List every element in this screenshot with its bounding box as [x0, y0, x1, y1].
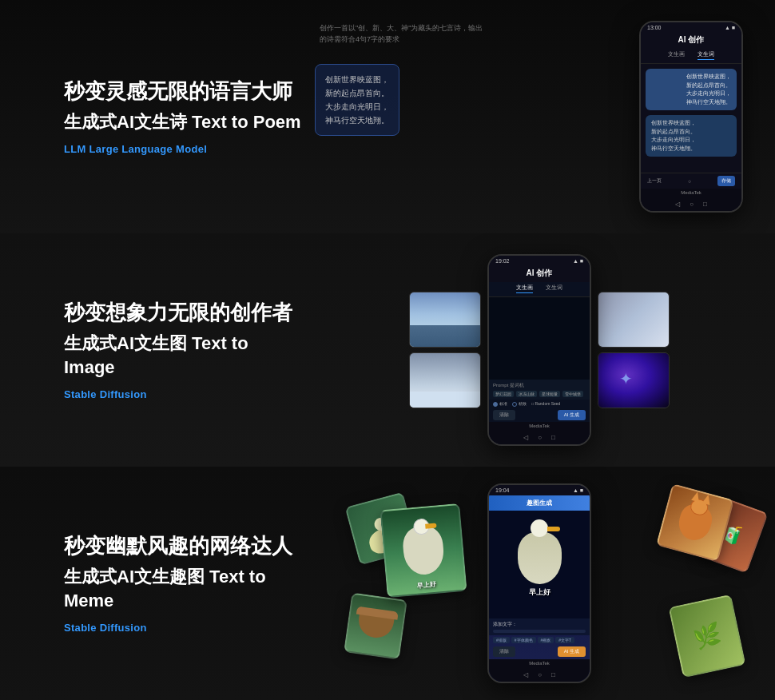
image-status-bar: 19:02 ▲ ■	[489, 256, 590, 266]
back-icon-3: ◁	[523, 671, 528, 678]
goose-beak	[425, 523, 436, 528]
img-card-arctic	[409, 352, 481, 408]
meme-phone-screen: 19:04 ▲ ■ 趣图生成 早上好 添加文字：	[489, 485, 590, 682]
meme-btn-gen[interactable]: AI 生成	[558, 646, 586, 657]
image-tag2[interactable]: 冰冻山脉	[516, 391, 537, 397]
img-card-galaxy	[598, 352, 670, 408]
image-tag1[interactable]: 梦幻花园	[493, 391, 514, 397]
image-tag3[interactable]: 星球能量	[539, 391, 560, 397]
recents-icon: □	[703, 201, 707, 208]
bowl-rim	[356, 606, 399, 619]
meme-label-el: 早上好	[518, 587, 562, 598]
poem-bottom-bar: ◁ ○ □	[641, 197, 741, 211]
image-cards-right	[598, 292, 670, 408]
meme-bottom-btns: 清除 AI 生成	[489, 645, 590, 659]
meme-input-box[interactable]	[493, 630, 586, 633]
image-bottom-bar: ◁ ○ □	[489, 431, 590, 444]
back-icon: ◁	[675, 201, 680, 208]
image-btn-clear[interactable]: 清除	[493, 410, 515, 420]
meme-label-tag: Stable Diffusion	[64, 622, 304, 634]
poem-status-bar: 13:00 ▲ ■	[641, 22, 741, 33]
section-poem: 秒变灵感无限的语言大师 生成式AI文生诗 Text to Poem LLM La…	[0, 0, 775, 233]
recents-icon-2: □	[551, 434, 555, 441]
arctic-scene	[410, 353, 480, 408]
poem-btn-prev[interactable]: 上一页	[647, 177, 662, 185]
section-image: 秒变想象力无限的创作者 生成式AI文生图 Text to Image Stabl…	[0, 233, 775, 467]
radio-std-icon	[493, 402, 498, 407]
poem-input-text: 创新世界映蓝图，新的起点昂首向。大步走向光明日，神马行空天地翔。	[325, 75, 389, 125]
image-btn-gen[interactable]: AI 生成	[558, 410, 586, 420]
image-title-main: 秒变想象力无限的创作者	[64, 300, 304, 327]
section-meme: 秒变幽默风趣的网络达人 生成式AI文生趣图 Text to Meme Stabl…	[0, 467, 775, 700]
meme-card-food	[344, 592, 407, 659]
image-title-sub: 生成式AI文生图 Text to Image	[64, 332, 304, 381]
image-opt-seed: □ Random Seed	[531, 401, 560, 407]
poem-phone-header: AI 创作	[641, 33, 741, 49]
meme-goose-beak-el	[547, 527, 560, 531]
meme-goose-body	[518, 532, 562, 584]
meme-title-sub: 生成式AI文生趣图 Text to Meme	[64, 565, 304, 614]
poem-phone-footer: 上一页 ○ 存储	[641, 173, 741, 189]
image-prompt-area: Prompt 提词机 梦幻花园 冰冻山脉 星球能量 雪中城堡	[489, 380, 590, 400]
image-tag4[interactable]: 雪中城堡	[562, 391, 583, 397]
meme-visual: 早上好 🌿	[304, 467, 775, 700]
meme-style-btn2[interactable]: #字体颜色	[511, 637, 536, 643]
poem-tab1[interactable]: 文生画	[668, 50, 685, 60]
meme-style-btns: #排版 #字体颜色 #摇旗 #文字T	[489, 635, 590, 645]
back-icon-2: ◁	[523, 434, 528, 441]
meme-style-btn1[interactable]: #排版	[493, 637, 510, 643]
fox-shape	[658, 485, 732, 559]
image-options: 标准 精致 □ Random Seed	[489, 400, 590, 408]
poem-phone-tabs: 文生画 文生词	[641, 49, 741, 64]
meme-phone-header: 趣图生成	[489, 495, 590, 511]
meme-goose-label: 早上好	[416, 580, 436, 591]
poem-content-area: 创新世界映蓝图，新的起点昂首向。大步走向光明日，神马行空天地翔。 创新世界映蓝图…	[641, 64, 741, 173]
cloud-scene	[410, 292, 480, 347]
image-phone-tabs: 文生画 文生词	[489, 282, 590, 297]
meme-input-section: 添加文字：	[489, 618, 590, 635]
galaxy-scene	[598, 353, 669, 408]
meme-goose-head-el	[531, 519, 548, 537]
poem-phone-mock: 13:00 ▲ ■ AI 创作 文生画 文生词 创新世界映蓝图，新的起点昂首向。…	[639, 21, 743, 213]
poem-tab2[interactable]: 文生词	[698, 50, 714, 60]
meme-text-side: 秒变幽默风趣的网络达人 生成式AI文生趣图 Text to Meme Stabl…	[0, 533, 304, 634]
meme-btn-clear[interactable]: 清除	[493, 646, 515, 657]
image-text-side: 秒变想象力无限的创作者 生成式AI文生图 Text to Image Stabl…	[0, 300, 304, 400]
image-phone-screen: 19:02 ▲ ■ AI 创作 文生画 文生词 Prompt 提词机 梦幻花园 …	[489, 256, 590, 444]
image-tab2[interactable]: 文生词	[546, 284, 562, 293]
poem-circle-icon: ○	[688, 179, 691, 184]
poem-label-tag: LLM Large Language Model	[64, 143, 304, 155]
meme-style-btn4[interactable]: #文字T	[555, 637, 574, 643]
radio-fine-icon	[512, 402, 517, 407]
meme-input-label: 添加文字：	[493, 621, 586, 628]
poem-input-bubble: 创新世界映蓝图，新的起点昂首向。大步走向光明日，神马行空天地翔。	[315, 64, 399, 136]
home-icon-2: ○	[538, 434, 542, 441]
poem-btn-save[interactable]: 存储	[717, 176, 735, 186]
image-label-tag: Stable Diffusion	[64, 388, 304, 400]
fox-body-wrap	[675, 502, 715, 544]
image-btns: 清除 AI 生成	[489, 408, 590, 422]
image-brand: MediaTek	[489, 422, 590, 431]
img-card-cloud	[409, 292, 481, 348]
poem-bubble-right: 创新世界映蓝图，新的起点昂首向。大步走向光明日，神马行空天地翔。	[646, 69, 737, 110]
poem-text-side: 秒变灵感无限的语言大师 生成式AI文生诗 Text to Poem LLM La…	[0, 78, 304, 155]
meme-phone-goose: 早上好	[518, 532, 562, 598]
meme-style-btn3[interactable]: #摇旗	[538, 637, 554, 643]
poem-brand: MediaTek	[641, 189, 741, 197]
meme-image-area: 早上好	[489, 511, 590, 618]
image-prompt-tags: 梦幻花园 冰冻山脉 星球能量 雪中城堡	[493, 391, 586, 397]
image-tab1[interactable]: 文生画	[516, 284, 533, 293]
mountain-scene	[598, 292, 669, 347]
meme-card-goose: 早上好	[380, 503, 467, 598]
image-cards-left	[409, 292, 481, 408]
home-icon-3: ○	[538, 671, 542, 678]
poem-visual: 创作一首以"创、新、大、神"为藏头的七言诗，输出的诗需符合4句7字的要求 创新世…	[304, 0, 775, 233]
image-opt-fine: 精致	[512, 401, 527, 407]
meme-title-main: 秒变幽默风趣的网络达人	[64, 533, 304, 560]
plant-icon: 🌿	[690, 620, 723, 652]
meme-status-bar: 19:04 ▲ ■	[489, 485, 590, 495]
poem-title-main: 秒变灵感无限的语言大师	[64, 78, 304, 105]
home-icon: ○	[690, 201, 694, 208]
image-dark-canvas	[489, 297, 590, 380]
poem-instruction: 创作一首以"创、新、大、神"为藏头的七言诗，输出的诗需符合4句7字的要求	[320, 22, 487, 46]
